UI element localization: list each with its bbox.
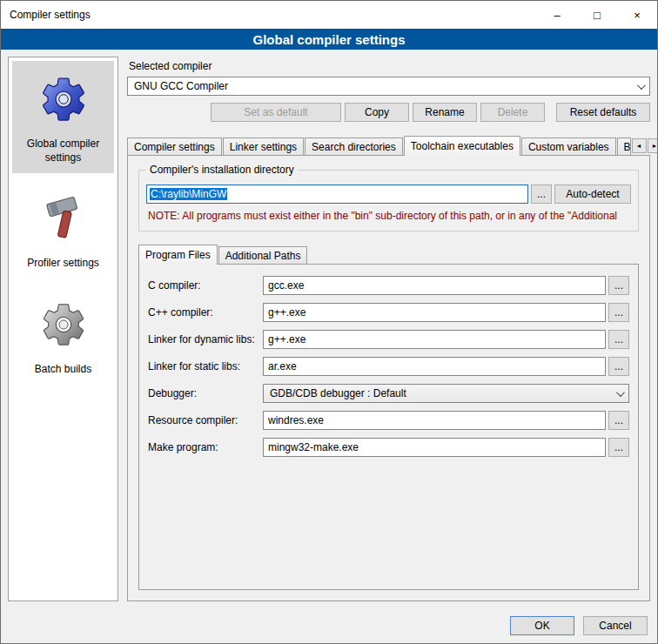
chevron-down-icon bbox=[616, 388, 625, 397]
resource-compiler-browse-button[interactable]: ... bbox=[608, 411, 629, 430]
linker-dynamic-browse-button[interactable]: ... bbox=[608, 330, 629, 349]
blue-gear-icon bbox=[36, 71, 91, 127]
bin-subdirectory-note: NOTE: All programs must exist either in … bbox=[148, 210, 629, 222]
cancel-button[interactable]: Cancel bbox=[583, 616, 648, 635]
installation-directory-group: Compiler's installation directory C:\ray… bbox=[138, 170, 639, 231]
debugger-select-value: GDB/CDB debugger : Default bbox=[270, 387, 406, 399]
field-row-linker-static: Linker for static libs: ar.exe ... bbox=[148, 357, 629, 376]
debugger-select[interactable]: GDB/CDB debugger : Default bbox=[263, 384, 629, 403]
copy-button[interactable]: Copy bbox=[345, 103, 409, 122]
page-title: Global compiler settings bbox=[1, 29, 657, 50]
toolchain-executables-panel: Compiler's installation directory C:\ray… bbox=[127, 155, 650, 601]
cpp-compiler-label: C++ compiler: bbox=[148, 306, 263, 319]
linker-static-input[interactable]: ar.exe bbox=[263, 357, 606, 376]
sidebar-item-label: Profiler settings bbox=[27, 257, 99, 271]
c-compiler-label: C compiler: bbox=[148, 279, 263, 292]
installation-directory-group-title: Compiler's installation directory bbox=[146, 164, 298, 176]
close-button[interactable]: × bbox=[617, 1, 657, 29]
field-row-cpp-compiler: C++ compiler: g++.exe ... bbox=[148, 303, 629, 322]
settings-sidebar: Global compiler settings Profiler settin… bbox=[8, 57, 118, 601]
rename-button[interactable]: Rename bbox=[413, 103, 477, 122]
sidebar-item-global-compiler-settings[interactable]: Global compiler settings bbox=[12, 61, 114, 173]
chevron-down-icon bbox=[637, 81, 646, 90]
tab-scroll-left-icon[interactable]: ◄ bbox=[632, 138, 647, 153]
dialog-footer: OK Cancel bbox=[1, 608, 657, 643]
installation-directory-row: C:\raylib\MinGW ... Auto-detect bbox=[146, 184, 631, 204]
ok-button[interactable]: OK bbox=[510, 616, 574, 635]
field-row-make-program: Make program: mingw32-make.exe ... bbox=[148, 438, 629, 457]
c-compiler-browse-button[interactable]: ... bbox=[608, 276, 629, 295]
debugger-label: Debugger: bbox=[148, 387, 263, 399]
compiler-settings-window: Compiler settings – □ × Global compiler … bbox=[0, 0, 658, 644]
program-files-panel: C compiler: gcc.exe ... C++ compiler: g+… bbox=[138, 264, 639, 590]
tab-linker-settings[interactable]: Linker settings bbox=[223, 138, 304, 155]
compiler-select-value: GNU GCC Compiler bbox=[134, 80, 228, 92]
dialog-content: Global compiler settings Profiler settin… bbox=[1, 50, 657, 608]
set-as-default-button[interactable]: Set as default bbox=[211, 103, 341, 122]
field-row-resource-compiler: Resource compiler: windres.exe ... bbox=[148, 411, 629, 430]
minimize-button[interactable]: – bbox=[537, 1, 577, 29]
selected-compiler-label: Selected compiler bbox=[129, 60, 650, 72]
tab-scroll-right-icon[interactable]: ► bbox=[648, 138, 658, 153]
settings-tabstrip: Compiler settings Linker settings Search… bbox=[127, 135, 650, 155]
linker-static-label: Linker for static libs: bbox=[148, 360, 263, 372]
subtab-program-files[interactable]: Program Files bbox=[138, 245, 218, 265]
linker-dynamic-label: Linker for dynamic libs: bbox=[148, 333, 263, 345]
make-program-browse-button[interactable]: ... bbox=[608, 438, 629, 457]
resource-compiler-input[interactable]: windres.exe bbox=[263, 411, 606, 430]
cpp-compiler-input[interactable]: g++.exe bbox=[263, 303, 606, 322]
installation-directory-browse-button[interactable]: ... bbox=[531, 184, 552, 204]
program-files-tabstrip: Program Files Additional Paths bbox=[138, 244, 639, 264]
gray-gear-icon bbox=[36, 297, 91, 352]
window-controls: – □ × bbox=[537, 1, 657, 29]
field-row-c-compiler: C compiler: gcc.exe ... bbox=[148, 276, 629, 295]
titlebar: Compiler settings – □ × bbox=[1, 1, 657, 29]
sidebar-item-batch-builds[interactable]: Batch builds bbox=[12, 286, 114, 386]
reset-defaults-button[interactable]: Reset defaults bbox=[556, 103, 650, 122]
linker-static-browse-button[interactable]: ... bbox=[608, 357, 629, 376]
delete-button[interactable]: Delete bbox=[480, 103, 545, 122]
c-compiler-input[interactable]: gcc.exe bbox=[263, 276, 606, 295]
sidebar-item-label: Global compiler settings bbox=[14, 138, 112, 164]
installation-directory-input[interactable]: C:\raylib\MinGW bbox=[146, 184, 528, 204]
field-row-linker-dynamic: Linker for dynamic libs: g++.exe ... bbox=[148, 330, 629, 349]
maximize-button[interactable]: □ bbox=[577, 1, 617, 29]
subtab-additional-paths[interactable]: Additional Paths bbox=[218, 246, 308, 264]
tab-compiler-settings[interactable]: Compiler settings bbox=[127, 138, 222, 155]
make-program-label: Make program: bbox=[148, 441, 263, 453]
make-program-input[interactable]: mingw32-make.exe bbox=[263, 438, 606, 457]
cpp-compiler-browse-button[interactable]: ... bbox=[608, 303, 629, 322]
tab-scroll-controls: ◄ ► bbox=[632, 138, 658, 155]
installation-directory-value: C:\raylib\MinGW bbox=[150, 188, 227, 200]
field-row-debugger: Debugger: GDB/CDB debugger : Default bbox=[148, 384, 629, 403]
tab-build-options[interactable]: Build bbox=[617, 138, 631, 155]
compiler-select[interactable]: GNU GCC Compiler bbox=[127, 77, 650, 96]
resource-compiler-label: Resource compiler: bbox=[148, 414, 263, 426]
compiler-actions: Set as default Copy Rename Delete Reset … bbox=[127, 103, 650, 122]
sidebar-item-label: Batch builds bbox=[35, 363, 91, 377]
sidebar-item-profiler-settings[interactable]: Profiler settings bbox=[12, 180, 114, 279]
window-title: Compiler settings bbox=[1, 9, 91, 21]
tab-custom-variables[interactable]: Custom variables bbox=[521, 138, 616, 155]
hammer-icon bbox=[36, 191, 91, 246]
main-panel: Selected compiler GNU GCC Compiler Set a… bbox=[127, 57, 650, 601]
tab-search-directories[interactable]: Search directories bbox=[305, 138, 403, 155]
linker-dynamic-input[interactable]: g++.exe bbox=[263, 330, 606, 349]
auto-detect-button[interactable]: Auto-detect bbox=[554, 184, 631, 204]
tab-toolchain-executables[interactable]: Toolchain executables bbox=[404, 136, 520, 156]
